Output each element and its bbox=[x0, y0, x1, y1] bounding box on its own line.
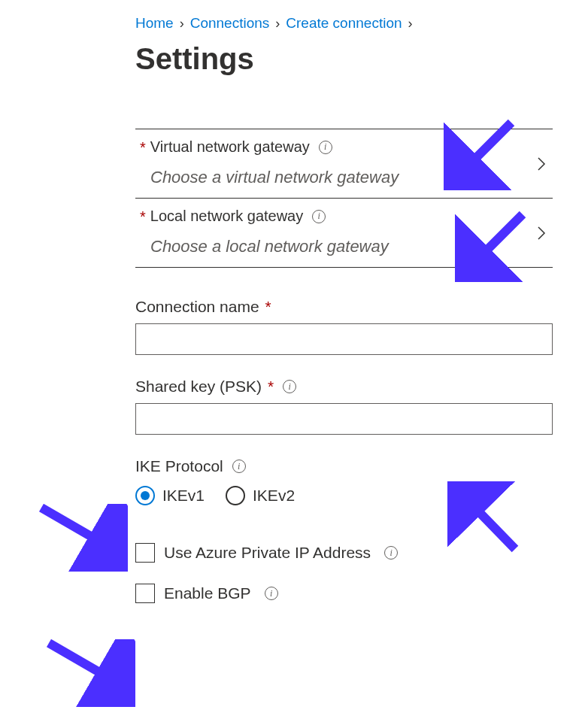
connection-name-input[interactable] bbox=[135, 323, 553, 355]
ike-protocol-label: IKE Protocol bbox=[135, 457, 223, 475]
psk-label: Shared key (PSK) bbox=[135, 378, 262, 396]
breadcrumb-connections[interactable]: Connections bbox=[190, 15, 270, 32]
connection-name-field: Connection name * bbox=[135, 298, 553, 355]
svg-line-3 bbox=[41, 508, 113, 549]
bgp-checkbox[interactable] bbox=[135, 584, 155, 603]
info-icon[interactable]: i bbox=[283, 380, 296, 393]
page-title: Settings bbox=[135, 42, 585, 76]
radio-icon-selected bbox=[135, 486, 155, 505]
bgp-checkbox-row: Enable BGP i bbox=[135, 584, 585, 603]
ike-radio-label: IKEv1 bbox=[162, 487, 205, 505]
ike-protocol-field: IKE Protocol i IKEv1 IKEv2 bbox=[135, 457, 553, 505]
vng-label: Virtual network gateway bbox=[150, 138, 310, 156]
chevron-right-icon: › bbox=[408, 16, 413, 32]
connection-name-label: Connection name bbox=[135, 298, 259, 316]
private-ip-label: Use Azure Private IP Address bbox=[164, 544, 371, 562]
breadcrumb-create-connection[interactable]: Create connection bbox=[286, 15, 402, 32]
required-indicator: * bbox=[140, 140, 146, 155]
chevron-right-icon bbox=[536, 156, 547, 171]
private-ip-checkbox[interactable] bbox=[135, 543, 155, 563]
ike-radio-label: IKEv2 bbox=[253, 487, 295, 505]
breadcrumb: Home › Connections › Create connection › bbox=[135, 15, 585, 32]
required-indicator: * bbox=[268, 378, 274, 396]
radio-icon-unselected bbox=[226, 486, 245, 505]
info-icon[interactable]: i bbox=[232, 460, 246, 473]
vng-placeholder: Choose a virtual network gateway bbox=[135, 168, 553, 187]
breadcrumb-home[interactable]: Home bbox=[135, 15, 174, 32]
chevron-right-icon: › bbox=[275, 16, 280, 32]
info-icon[interactable]: i bbox=[319, 141, 332, 154]
lng-placeholder: Choose a local network gateway bbox=[135, 237, 553, 256]
ike-radio-ikev1[interactable]: IKEv1 bbox=[135, 486, 205, 505]
lng-label: Local network gateway bbox=[150, 208, 303, 225]
local-network-gateway-picker[interactable]: * Local network gateway i Choose a local… bbox=[135, 199, 553, 268]
chevron-right-icon bbox=[536, 226, 547, 241]
info-icon[interactable]: i bbox=[265, 587, 278, 600]
chevron-right-icon: › bbox=[180, 16, 184, 32]
required-indicator: * bbox=[140, 209, 146, 224]
info-icon[interactable]: i bbox=[312, 210, 326, 223]
virtual-network-gateway-picker[interactable]: * Virtual network gateway i Choose a vir… bbox=[135, 129, 553, 199]
private-ip-checkbox-row: Use Azure Private IP Address i bbox=[135, 543, 585, 563]
svg-line-4 bbox=[49, 643, 120, 684]
bgp-label: Enable BGP bbox=[164, 584, 251, 602]
ike-radio-ikev2[interactable]: IKEv2 bbox=[226, 486, 295, 505]
psk-input[interactable] bbox=[135, 403, 553, 435]
required-indicator: * bbox=[265, 298, 271, 316]
psk-field: Shared key (PSK) * i bbox=[135, 378, 553, 435]
annotation-arrow-icon bbox=[38, 504, 128, 572]
annotation-arrow-icon bbox=[45, 639, 135, 707]
info-icon[interactable]: i bbox=[384, 546, 398, 560]
